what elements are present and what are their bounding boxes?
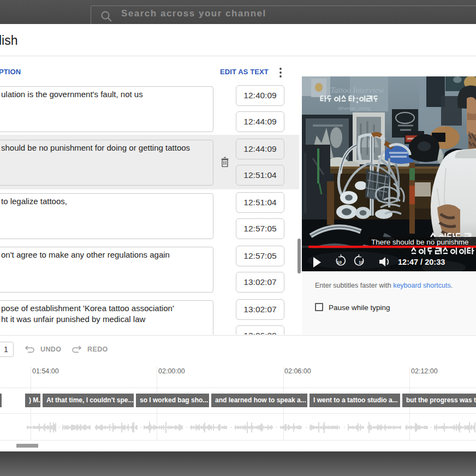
svg-text:10: 10 (337, 260, 342, 265)
svg-text:Tattoo Interview: Tattoo Interview (330, 86, 384, 94)
svg-text:10: 10 (359, 260, 364, 265)
svg-text:12:47 / 20:33: 12:47 / 20:33 (398, 258, 445, 266)
svg-text:There should be no punishme: There should be no punishme (371, 238, 469, 246)
svg-text:@hernan_chang: @hernan_chang (338, 106, 370, 111)
